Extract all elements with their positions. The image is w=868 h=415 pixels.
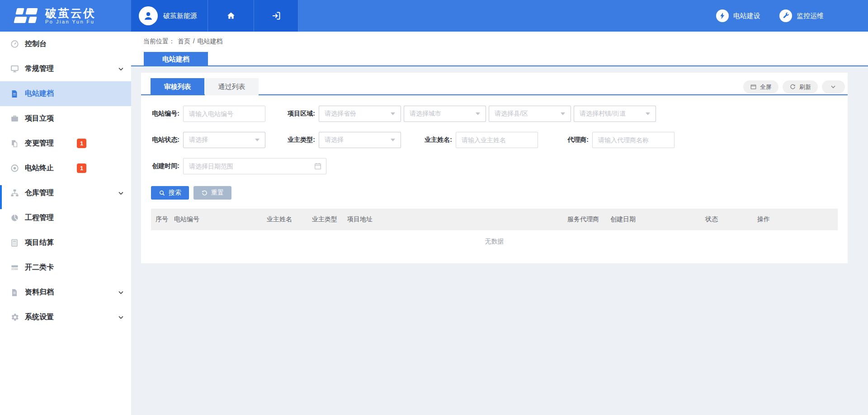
fullscreen-icon [750,84,757,90]
field-created-time: 创建时间: [147,158,326,174]
panel-card: 审核列表 通过列表 全屏 刷新 [141,73,848,263]
select-placeholder: 请选择城市 [410,110,441,118]
avatar-icon [139,6,158,25]
app-subtitle: Po Jian Yun Fu [45,19,96,24]
home-button[interactable] [208,0,254,32]
main-area: 当前位置： 首页 / 电站建档 电站建档 审核列表 通过列表 全屏 [131,32,868,415]
fullscreen-button[interactable]: 全屏 [743,80,778,93]
sidebar-item-open-type2-card[interactable]: 开二类卡 [0,255,131,280]
caret-down-icon [255,139,259,141]
filter-actions: 搜索 重置 [151,186,848,200]
card-icon [9,263,19,273]
sidebar-item-label: 控制台 [25,39,47,49]
sidebar-item-label: 电站建档 [25,89,54,98]
sidebar-item-console[interactable]: 控制台 [0,32,131,56]
city-select[interactable]: 请选择城市 [404,106,486,122]
nav-monitor-ops[interactable]: 监控运维 [779,9,824,22]
panel-tools: 全屏 刷新 [743,80,845,93]
province-select[interactable]: 请选择省份 [319,106,401,122]
collapse-panel-button[interactable] [822,80,845,93]
copy-icon [9,139,19,149]
search-icon [159,190,165,196]
breadcrumb-current: 电站建档 [198,37,223,45]
sidebar-item-label: 开二类卡 [25,263,54,272]
select-placeholder: 请选择省份 [325,110,356,118]
field-label: 电站状态: [147,136,179,144]
file-icon [9,288,19,298]
sidebar-item-change-mgmt[interactable]: 变更管理 1 [0,131,131,156]
col-owner-type: 业主类型 [307,215,343,224]
chevron-down-icon [118,314,125,321]
sidebar-item-label: 电站终止 [25,163,54,173]
sidebar-item-station-termination[interactable]: 电站终止 1 [0,156,131,181]
field-label: 项目区域: [283,110,315,118]
sidebar-item-label: 项目立项 [25,114,54,123]
refresh-button[interactable]: 刷新 [783,80,818,93]
search-button[interactable]: 搜索 [151,186,189,200]
calendar-icon [314,162,322,170]
sidebar-item-engineering-mgmt[interactable]: 工程管理 [0,205,131,230]
chevron-down-icon [118,289,125,296]
notification-badge: 1 [77,139,86,148]
wrench-icon [779,9,792,22]
sidebar-item-warehouse-mgmt[interactable]: 仓库管理 [0,181,131,205]
tab-review-list[interactable]: 审核列表 [151,78,204,95]
field-label: 创建时间: [147,162,179,170]
tab-approved-list[interactable]: 通过列表 [205,78,259,95]
owner-name-input[interactable] [456,132,538,148]
station-number-input[interactable] [183,106,265,122]
home-icon [226,10,236,21]
table-header: 序号 电站编号 业主姓名 业主类型 项目地址 服务代理商 创建日期 状态 操作 [151,209,838,230]
date-range-input[interactable] [183,158,326,174]
field-owner-type: 业主类型: 请选择 [283,132,404,148]
station-status-select[interactable]: 请选择 [183,132,265,148]
sidebar-item-label: 工程管理 [25,213,54,223]
filter-row-2: 电站状态: 请选择 业主类型: 请选择 业主 [141,132,848,148]
owner-type-select[interactable]: 请选择 [319,132,401,148]
sidebar-item-system-settings[interactable]: 系统设置 [0,305,131,330]
breadcrumb: 当前位置： 首页 / 电站建档 [143,37,224,46]
breadcrumb-bar: 当前位置： 首页 / 电站建档 电站建档 [131,32,868,66]
sidebar-item-label: 项目结算 [25,238,54,247]
bolt-icon [716,9,729,22]
notification-badge: 1 [77,163,86,173]
sidebar-item-project-initiation[interactable]: 项目立项 [0,106,131,131]
town-select[interactable]: 请选择村镇/街道 [574,106,656,122]
briefcase-icon [9,114,19,124]
page-tab-station-archive[interactable]: 电站建档 [144,52,208,66]
caret-down-icon [646,112,650,115]
refresh-icon [789,84,796,90]
reset-icon [201,190,208,196]
filter-row-1: 电站编号: 项目区域: 请选择省份 请选择城市 [141,106,848,122]
pie-chart-icon [9,213,19,223]
select-placeholder: 请选择村镇/街道 [580,110,626,118]
sidebar-item-data-archiving[interactable]: 资料归档 [0,280,131,305]
empty-state-text: 无数据 [141,238,848,246]
county-select[interactable]: 请选择县/区 [489,106,571,122]
sidebar-scrollbar-thumb[interactable] [0,185,2,209]
sidebar-item-project-settlement[interactable]: 项目结算 [0,230,131,255]
field-station-status: 电站状态: 请选择 [147,132,268,148]
nav-station-build[interactable]: 电站建设 [716,9,760,22]
col-service-agent: 服务代理商 [563,215,606,224]
breadcrumb-home-link[interactable]: 首页 [178,37,190,45]
user-menu[interactable]: 破茧新能源 [131,0,208,32]
sidebar-item-label: 系统设置 [25,312,54,322]
field-agent: 代理商: [556,132,675,148]
sidebar-item-general-mgmt[interactable]: 常规管理 [0,56,131,81]
company-name: 破茧新能源 [163,12,197,20]
caret-down-icon [391,139,395,141]
document-icon [9,89,19,99]
refresh-label: 刷新 [799,83,811,91]
reset-button[interactable]: 重置 [193,186,231,200]
field-label: 业主类型: [283,136,315,144]
caret-down-icon [561,112,565,115]
sidebar-item-label: 资料归档 [25,288,54,297]
logout-button[interactable] [254,0,298,32]
panel-tabs: 审核列表 通过列表 [151,78,259,95]
nav-label: 监控运维 [797,12,824,20]
gauge-icon [9,39,19,49]
agent-input[interactable] [592,132,675,148]
logo-text: 破茧云伏 Po Jian Yun Fu [45,7,96,24]
sidebar-item-station-archive[interactable]: 电站建档 [0,81,131,106]
